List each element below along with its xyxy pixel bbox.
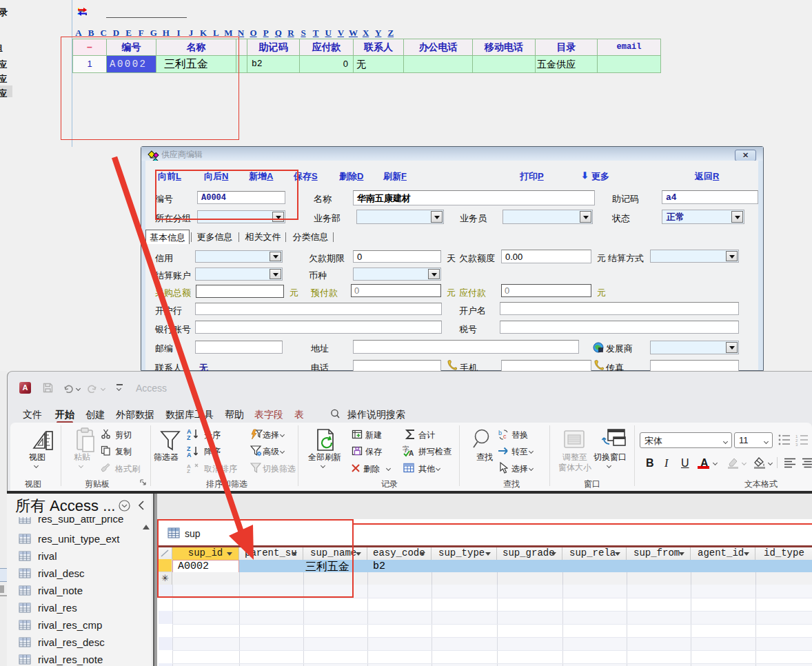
svg-text:c: c [503,433,507,440]
svg-text:b: b [498,430,502,436]
svg-text:Z: Z [187,468,190,474]
svg-text:A: A [187,452,192,458]
svg-text:3: 3 [795,443,798,446]
svg-text:A: A [409,450,414,457]
svg-text:Z: Z [187,434,191,441]
